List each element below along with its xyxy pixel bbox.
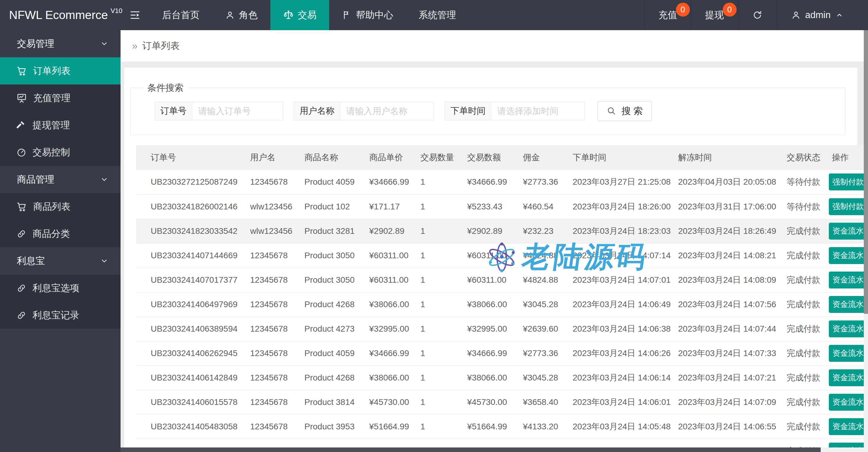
withdraw-label: 提现 (705, 9, 724, 22)
action-button[interactable]: 资金流水 (829, 369, 864, 386)
cell-username: 12345678 (250, 292, 304, 316)
cell-unfreeze_time: 2023年03月24日 14:08:21 (678, 243, 786, 267)
cell-username: 12345678 (250, 365, 304, 390)
sidebar-item-交易控制[interactable]: 交易控制 (0, 139, 121, 166)
horizontal-scrollbar-thumb[interactable] (121, 448, 821, 452)
cell-order_no: UB2303241406389594 (136, 316, 250, 341)
username-input[interactable] (340, 102, 434, 120)
cell-commission: ¥4824.88 (523, 243, 572, 267)
sidebar-item-提现管理[interactable]: 提现管理 (0, 112, 121, 139)
cell-order_no: UB2303241406142849 (136, 365, 250, 390)
action-button[interactable]: 资金流水 (829, 320, 864, 337)
nav-item-system[interactable]: 系统管理 (406, 0, 469, 30)
refresh-button[interactable] (738, 0, 777, 30)
cell-unit_price: ¥38066.00 (369, 292, 421, 316)
nav-item-help[interactable]: 帮助中心 (329, 0, 406, 30)
vertical-scrollbar[interactable] (864, 30, 868, 448)
action-button[interactable]: 资金流水 (829, 394, 864, 411)
cell-product: Product 4273 (304, 316, 369, 341)
horizontal-scrollbar[interactable] (121, 448, 868, 452)
sidebar-item-充值管理[interactable]: 充值管理 (0, 84, 121, 112)
search-row: 订单号 用户名称 下单时间 搜 索 (155, 101, 845, 121)
action-button[interactable]: 资金流水 (829, 223, 864, 239)
cell-order_time: 2023年03月24日 14:07:14 (572, 243, 678, 267)
sidebar-group-1[interactable]: 商品管理 (0, 166, 121, 193)
cell-order_no: UB2303241406015578 (136, 390, 250, 414)
sidebar-item-label: 交易控制 (33, 146, 70, 159)
cell-amount: ¥60311.00 (467, 243, 523, 267)
order-no-input[interactable] (192, 102, 283, 120)
cell-amount: ¥38066.00 (467, 292, 523, 316)
scales-icon (283, 10, 294, 21)
sidebar-item-商品分类[interactable]: 商品分类 (0, 220, 121, 248)
search-icon (607, 106, 617, 116)
admin-screen: NFWL Ecommerce V10 后台首页角色交易帮助中心系统管理 充值 0… (0, 0, 868, 452)
column-header-10: 操作 (829, 145, 864, 170)
cell-quantity: 1 (421, 414, 467, 439)
sidebar-toggle-button[interactable] (121, 0, 150, 30)
cell-unit_price: ¥34666.99 (369, 341, 421, 365)
cell-status: 完成付款 (786, 316, 829, 341)
cell-status: 等待付款 (786, 170, 829, 194)
cell-commission: ¥4824.88 (523, 267, 572, 292)
vertical-scrollbar-thumb[interactable] (864, 30, 868, 314)
sidebar-item-利息宝记录[interactable]: 利息宝记录 (0, 302, 121, 329)
action-button[interactable]: 资金流水 (829, 296, 864, 313)
action-button[interactable]: 资金流水 (829, 272, 864, 288)
cell-unfreeze_time: 2023年03月24日 14:07:44 (678, 316, 786, 341)
nav-item-dashboard[interactable]: 后台首页 (150, 0, 212, 30)
cell-order_time: 2023年03月24日 14:06:38 (572, 316, 678, 341)
cell-order_no: UB2303241406262945 (136, 341, 250, 365)
user-menu[interactable]: admin (777, 0, 868, 30)
nav-item-trade[interactable]: 交易 (270, 0, 329, 30)
sidebar-item-商品列表[interactable]: 商品列表 (0, 193, 121, 220)
order-no-label: 订单号 (155, 102, 192, 120)
orders-table: 订单号用户名商品名称商品单价交易数量交易数额佣金下单时间解冻时间交易状态操作 U… (136, 145, 864, 452)
cell-status: 完成付款 (786, 292, 829, 316)
order-time-group: 下单时间 (445, 102, 585, 120)
gauge-icon (16, 147, 27, 158)
cell-action: 强制付款 (829, 194, 864, 219)
withdraw-button[interactable]: 提现 0 (691, 0, 738, 30)
action-button[interactable]: 强制付款 (829, 173, 864, 190)
cell-order_time: 2023年03月24日 14:06:26 (572, 341, 678, 365)
action-button[interactable]: 资金流水 (829, 247, 864, 264)
sidebar: 交易管理订单列表充值管理提现管理交易控制商品管理商品列表商品分类利息宝利息宝选项… (0, 30, 121, 452)
cell-status: 完成付款 (786, 365, 829, 390)
cell-order_no: UB2303241406497969 (136, 292, 250, 316)
sidebar-item-订单列表[interactable]: 订单列表 (0, 57, 121, 84)
sidebar-item-label: 利息宝记录 (33, 309, 79, 322)
recharge-button[interactable]: 充值 0 (644, 0, 691, 30)
action-button[interactable]: 强制付款 (829, 198, 864, 215)
nav-item-label: 交易 (298, 9, 316, 22)
breadcrumb: » 订单列表 (121, 30, 868, 61)
cell-status: 完成付款 (786, 341, 829, 365)
action-button[interactable]: 资金流水 (829, 418, 864, 435)
cell-quantity: 1 (421, 365, 467, 390)
sidebar-group-0[interactable]: 交易管理 (0, 30, 121, 57)
sidebar-item-利息宝选项[interactable]: 利息宝选项 (0, 275, 121, 302)
cell-order_time: 2023年03月24日 14:05:48 (572, 414, 678, 439)
sidebar-group-2[interactable]: 利息宝 (0, 248, 121, 275)
cell-unit_price: ¥32995.00 (369, 316, 421, 341)
cell-quantity: 1 (421, 390, 467, 414)
search-fieldset: 条件搜索 订单号 用户名称 下单时间 (130, 87, 845, 135)
cell-unit_price: ¥60311.00 (369, 243, 421, 267)
cell-amount: ¥51664.99 (467, 414, 523, 439)
username-label: 用户名称 (294, 102, 340, 120)
cart-icon (16, 201, 27, 212)
column-header-5: 交易数额 (467, 145, 523, 170)
menu-toggle-icon (129, 9, 141, 21)
cell-product: Product 3050 (304, 267, 369, 292)
search-button[interactable]: 搜 索 (598, 101, 652, 121)
cell-amount: ¥2902.89 (467, 219, 523, 243)
orders-table-wrap: 订单号用户名商品名称商品单价交易数量交易数额佣金下单时间解冻时间交易状态操作 U… (136, 145, 864, 452)
order-time-input[interactable] (491, 102, 585, 120)
cell-order_no: UB2303272125087249 (136, 170, 250, 194)
column-header-3: 商品单价 (369, 145, 421, 170)
nav-item-roles[interactable]: 角色 (212, 0, 270, 30)
cell-action: 资金流水 (829, 390, 864, 414)
cell-unfreeze_time: 2023年03月24日 14:08:09 (678, 267, 786, 292)
cell-amount: ¥60311.00 (467, 267, 523, 292)
action-button[interactable]: 资金流水 (829, 345, 864, 362)
